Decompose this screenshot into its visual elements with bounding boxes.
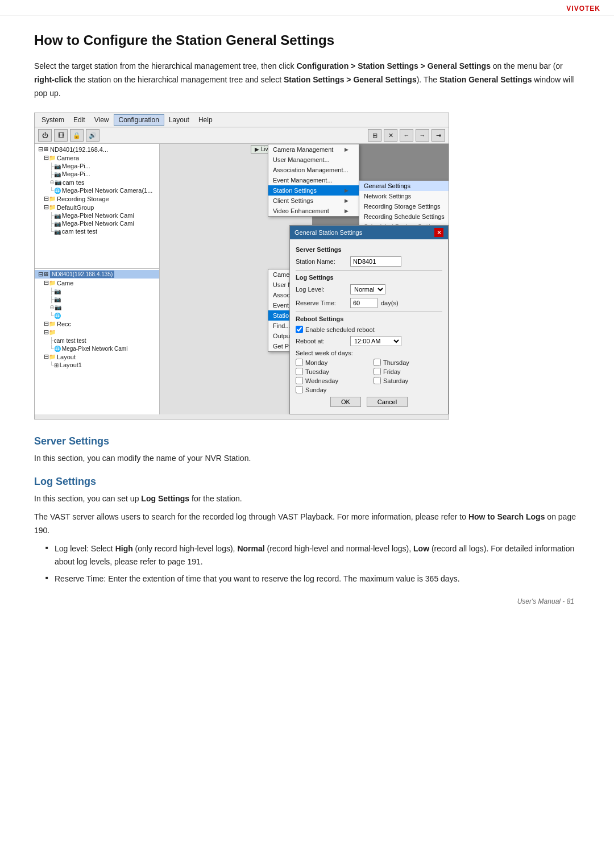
- tree-item-camtes[interactable]: ⊕ 📷 cam tes: [35, 178, 159, 186]
- sub1-network[interactable]: Network Settings: [359, 191, 449, 201]
- tree-item-megabot[interactable]: └ 🌐 Mega-Pixel Network Cami: [35, 344, 159, 352]
- dialog-title: General Station Settings: [294, 229, 362, 236]
- dialog-divider-2: [296, 312, 442, 312]
- cb-monday[interactable]: [296, 359, 303, 366]
- cb-tuesday[interactable]: [296, 368, 303, 375]
- sub1-recstor[interactable]: Recording Storage Settings: [359, 201, 449, 211]
- week-label: Select week of days:: [296, 350, 442, 356]
- tree-item-recc[interactable]: ⊟ 📁 Recc: [35, 319, 159, 328]
- toolbar-btn-lock[interactable]: 🔒: [70, 129, 84, 142]
- cb-friday[interactable]: [374, 368, 381, 375]
- day-sunday: Sunday: [296, 386, 364, 393]
- toolbar-btn-x[interactable]: ✕: [384, 129, 397, 142]
- toolbar-btn-back[interactable]: ←: [400, 129, 413, 142]
- reserve-time-input[interactable]: [350, 298, 377, 308]
- ctx1-video[interactable]: Video Enhancement ▶: [268, 206, 359, 216]
- menu-layout[interactable]: Layout: [164, 115, 194, 125]
- screenshot-area: System Edit View Configuration Layout He…: [34, 113, 449, 420]
- dialog-body: Server Settings Station Name: Log Settin…: [290, 239, 448, 414]
- toolbar-btn-grid[interactable]: ⊞: [368, 129, 381, 142]
- ctx1-assoc[interactable]: Association Management...: [268, 165, 359, 175]
- dialog-close-btn[interactable]: ✕: [434, 228, 443, 237]
- day-saturday: Saturday: [374, 377, 442, 384]
- tree-item-camera-top[interactable]: ⊟ 📁 Camera: [35, 153, 159, 162]
- enable-reboot-checkbox[interactable]: [296, 326, 303, 333]
- menu-system[interactable]: System: [37, 115, 69, 125]
- tree-item-cam-b4[interactable]: └ 🌐: [35, 312, 159, 319]
- tree-item-cam-b2[interactable]: ├ 📷: [35, 295, 159, 303]
- tree-item-meganet[interactable]: └ 🌐 Mega-Pixel Network Camera(1...: [35, 186, 159, 194]
- ctx1-user[interactable]: User Management...: [268, 155, 359, 165]
- tree-item-cam-bot[interactable]: ⊟ 📁 Came: [35, 279, 159, 287]
- cb-thursday[interactable]: [374, 359, 381, 366]
- dialog-title-bar: General Station Settings ✕: [290, 226, 448, 239]
- tree-item-cam-b1[interactable]: ├ 📷: [35, 287, 159, 295]
- log-vast-para: The VAST server allows users to search f…: [34, 510, 580, 538]
- menu-configuration[interactable]: Configuration: [114, 114, 164, 126]
- menu-help[interactable]: Help: [194, 115, 217, 125]
- tree-item-camtest-bot[interactable]: ├ cam test test: [35, 337, 159, 344]
- bullet-reserve: Reserve Time: Enter the extention of tim…: [45, 572, 580, 586]
- tree-item-nd8401-bot[interactable]: ⊟ 🖥 ND8401(192.168.4.135): [35, 270, 159, 279]
- tree-item-layout[interactable]: ⊟ 📁 Layout: [35, 352, 159, 361]
- tree-item-cam-b3[interactable]: ⊕ 📷: [35, 303, 159, 312]
- tree-item-layout1[interactable]: └ ⊞ Layout1: [35, 361, 159, 369]
- menu-view[interactable]: View: [90, 115, 114, 125]
- toolbar-btn-forward[interactable]: →: [416, 129, 429, 142]
- tree-item-megacam2[interactable]: ├ 📷 Mega-Pixel Network Cami: [35, 219, 159, 227]
- reserve-time-label: Reserve Time:: [296, 300, 347, 306]
- reboot-at-select[interactable]: 12:00 AM: [350, 336, 401, 346]
- toolbar-btn-home[interactable]: ⇥: [432, 129, 445, 142]
- menu-edit[interactable]: Edit: [69, 115, 90, 125]
- toolbar-btn-audio[interactable]: 🔊: [86, 129, 99, 142]
- tree-item-nd8401-top[interactable]: ⊟ 🖥 ND8401(192.168.4...: [35, 145, 159, 153]
- tree-item-megacam1[interactable]: ├ 📷 Mega-Pixel Network Cami: [35, 211, 159, 219]
- reserve-time-row: Reserve Time: day(s): [296, 298, 442, 308]
- server-settings-heading: Server Settings: [34, 435, 580, 447]
- menu-bar: System Edit View Configuration Layout He…: [35, 113, 449, 127]
- log-level-select[interactable]: High Normal Low: [350, 284, 385, 294]
- toolbar-btn-power[interactable]: ⏻: [38, 129, 52, 142]
- log-level-row: Log Level: High Normal Low: [296, 284, 442, 294]
- log-settings-para1: In this section, you can set up Log Sett…: [34, 492, 580, 506]
- ctx1-client[interactable]: Client Settings ▶: [268, 196, 359, 206]
- content: How to Configure the Station General Set…: [0, 15, 614, 622]
- week-grid: Monday Thursday Tuesday Friday: [296, 359, 442, 393]
- sub1-recsched[interactable]: Recording Schedule Settings: [359, 211, 449, 222]
- ok-button[interactable]: OK: [330, 397, 361, 407]
- tree-item-camtest[interactable]: └ 📷 cam test test: [35, 227, 159, 235]
- bullet-list: Log level: Select High (only record high…: [45, 542, 580, 586]
- log-settings-heading: Log Settings: [34, 476, 580, 488]
- ctx1-station[interactable]: Station Settings ▶: [268, 185, 359, 196]
- tree-item-bot-empty[interactable]: ⊟ 📁: [35, 328, 159, 337]
- cb-saturday[interactable]: [374, 377, 381, 384]
- server-settings-text: In this section, you can modify the name…: [34, 452, 580, 466]
- day-friday: Friday: [374, 368, 442, 375]
- reboot-at-label: Reboot at:: [296, 338, 347, 344]
- dialog-buttons: OK Cancel: [296, 397, 442, 409]
- tree-item-defgroup[interactable]: ⊟ 📁 DefaultGroup: [35, 203, 159, 211]
- station-name-row: Station Name:: [296, 256, 442, 267]
- tree-item-mega1[interactable]: ├ 📷 Mega-Pi...: [35, 162, 159, 170]
- cb-sunday[interactable]: [296, 386, 303, 393]
- bullet-loglevel: Log level: Select High (only record high…: [45, 542, 580, 570]
- cb-wednesday[interactable]: [296, 377, 303, 384]
- cancel-button[interactable]: Cancel: [367, 397, 408, 407]
- footer: User's Manual - 81: [34, 597, 580, 605]
- toolbar-btn-camera[interactable]: 🎞: [54, 129, 68, 142]
- ctx1-event[interactable]: Event Management...: [268, 175, 359, 185]
- day-monday: Monday: [296, 359, 364, 366]
- sub1-general[interactable]: General Settings: [359, 181, 449, 191]
- station-name-input[interactable]: [350, 256, 401, 267]
- ctx1-camera[interactable]: Camera Management ▶: [268, 144, 359, 155]
- tree-item-mega2[interactable]: ├ 📷 Mega-Pi...: [35, 170, 159, 178]
- tree-panel: ⊟ 🖥 ND8401(192.168.4... ⊟ 📁 Camera ├ 📷 M…: [35, 144, 160, 414]
- toolbar: ⏻ 🎞 🔒 🔊 ⊞ ✕ ← → ⇥: [35, 127, 449, 144]
- intro-paragraph: Select the target station from the hiera…: [34, 60, 580, 100]
- ctx-menu-1: Camera Management ▶ User Management... A…: [268, 144, 359, 217]
- day-thursday: Thursday: [374, 359, 442, 366]
- tree-item-recstor[interactable]: ⊟ 📁 Recording Storage: [35, 194, 159, 203]
- page-title: How to Configure the Station General Set…: [34, 32, 580, 48]
- reserve-time-unit: day(s): [381, 300, 399, 306]
- enable-reboot-row: Enable scheduled reboot: [296, 326, 442, 333]
